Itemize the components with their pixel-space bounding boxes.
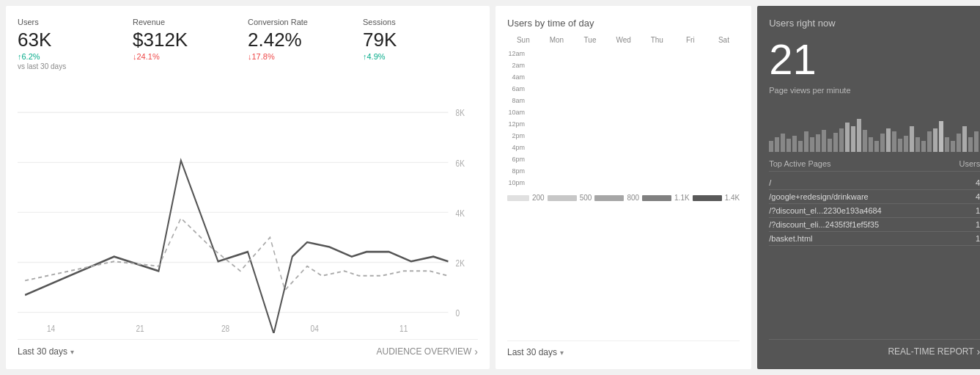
heatmap-time-label: 4am bbox=[507, 72, 528, 82]
svg-rect-46 bbox=[939, 121, 943, 152]
heatmap-rows: 12am2am4am6am8am10am12pm2pm4pm6pm8pm10pm bbox=[507, 48, 740, 188]
svg-rect-48 bbox=[951, 141, 955, 152]
heatmap-row: 12pm bbox=[507, 119, 740, 129]
svg-rect-31 bbox=[851, 126, 855, 152]
svg-rect-36 bbox=[880, 134, 885, 152]
scale-label: 800 bbox=[627, 194, 639, 202]
realtime-report-label[interactable]: REAL-TIME REPORT bbox=[888, 346, 973, 357]
top-page-path: /google+redesign/drinkware bbox=[769, 192, 970, 201]
heatmap-day-labels: SunMonTueWedThuFriSat bbox=[507, 36, 740, 44]
heatmap-row-cells bbox=[528, 84, 740, 94]
top-page-row: /?discount_el...2230e193a46841 bbox=[769, 204, 980, 218]
metric-change-users: ↑6.2% bbox=[18, 52, 124, 61]
svg-rect-28 bbox=[833, 133, 838, 152]
period-label: Last 30 days bbox=[18, 346, 67, 357]
heatmap-day-label: Sun bbox=[507, 36, 539, 44]
heatmap-row: 4pm bbox=[507, 142, 740, 153]
heatmap-row-cells bbox=[528, 95, 740, 106]
heatmap-time-label: 10am bbox=[507, 107, 528, 117]
metric-change-conversion: ↓17.8% bbox=[248, 52, 354, 61]
scale-bar bbox=[642, 195, 671, 201]
heatmap-row-cells bbox=[528, 119, 740, 129]
metric-block-conversion: Conversion Rate2.42%↓17.8% bbox=[248, 18, 363, 70]
metric-block-revenue: Revenue$312K↓24.1% bbox=[133, 18, 248, 70]
audience-chevron-icon: › bbox=[474, 346, 478, 357]
svg-rect-52 bbox=[974, 131, 979, 152]
svg-rect-19 bbox=[781, 134, 785, 152]
metric-label-users: Users bbox=[18, 18, 124, 26]
heatmap-day-label: Thu bbox=[641, 36, 673, 44]
top-page-path: /?discount_el...2230e193a4684 bbox=[769, 206, 970, 215]
svg-rect-38 bbox=[892, 131, 896, 152]
scale-bar bbox=[693, 195, 722, 201]
svg-rect-22 bbox=[798, 141, 803, 152]
svg-rect-23 bbox=[804, 131, 808, 152]
sparkline-svg bbox=[769, 101, 980, 152]
left-chart-footer: Last 30 days ▾ AUDIENCE OVERVIEW › bbox=[18, 339, 478, 357]
realtime-chevron-icon: › bbox=[977, 346, 980, 357]
metric-label-sessions: Sessions bbox=[363, 18, 469, 26]
heatmap-row: 10pm bbox=[507, 178, 740, 188]
heatmap-row: 6pm bbox=[507, 154, 740, 164]
heatmap-row-cells bbox=[528, 72, 740, 82]
top-page-count: 4 bbox=[976, 192, 980, 201]
heatmap-row-cells bbox=[528, 178, 740, 188]
mid-panel-title: Users by time of day bbox=[507, 18, 740, 29]
mid-period-selector[interactable]: Last 30 days ▾ bbox=[507, 347, 564, 357]
svg-rect-50 bbox=[962, 126, 967, 152]
metric-sublabel-users: vs last 30 days bbox=[18, 62, 124, 70]
heatmap-row-cells bbox=[528, 107, 740, 117]
svg-rect-33 bbox=[863, 130, 867, 152]
mid-footer: Last 30 days ▾ bbox=[507, 341, 740, 357]
svg-rect-47 bbox=[945, 137, 949, 152]
right-panel-title: Users right now bbox=[769, 18, 980, 29]
period-dropdown-icon[interactable]: ▾ bbox=[70, 348, 74, 356]
svg-rect-49 bbox=[957, 134, 961, 152]
heatmap-time-label: 6pm bbox=[507, 154, 528, 164]
left-panel: Users63K↑6.2%vs last 30 daysRevenue$312K… bbox=[6, 6, 490, 369]
right-footer[interactable]: REAL-TIME REPORT › bbox=[769, 339, 980, 357]
svg-text:2K: 2K bbox=[456, 257, 465, 268]
heatmap-time-label: 10pm bbox=[507, 178, 528, 188]
metric-value-users: 63K bbox=[18, 29, 124, 51]
svg-rect-39 bbox=[898, 139, 902, 152]
svg-rect-24 bbox=[810, 137, 814, 152]
heatmap-row: 2am bbox=[507, 60, 740, 70]
sparkline-area bbox=[769, 101, 980, 152]
svg-rect-29 bbox=[839, 128, 844, 152]
heatmap-time-label: 12am bbox=[507, 48, 528, 59]
svg-rect-32 bbox=[857, 119, 861, 152]
scale-label: 200 bbox=[532, 194, 545, 202]
svg-text:May: May bbox=[44, 332, 58, 333]
mid-panel: Users by time of day SunMonTueWedThuFriS… bbox=[495, 6, 751, 369]
svg-rect-37 bbox=[886, 128, 891, 152]
heatmap-row-cells bbox=[528, 154, 740, 164]
top-page-count: 1 bbox=[976, 206, 980, 215]
scale-bar-container: 2005008001.1K1.4K bbox=[507, 194, 740, 202]
top-page-path: /basket.html bbox=[769, 234, 970, 243]
period-selector[interactable]: Last 30 days ▾ bbox=[18, 346, 74, 357]
top-page-row: /google+redesign/drinkware4 bbox=[769, 190, 980, 204]
mid-period-dropdown-icon[interactable]: ▾ bbox=[560, 349, 564, 357]
svg-rect-45 bbox=[933, 128, 937, 152]
svg-text:8K: 8K bbox=[456, 107, 465, 118]
audience-overview-link[interactable]: AUDIENCE OVERVIEW › bbox=[377, 346, 478, 357]
metric-value-conversion: 2.42% bbox=[248, 29, 354, 51]
svg-rect-51 bbox=[968, 137, 973, 152]
right-panel: Users right now 21 Page views per minute bbox=[757, 6, 980, 369]
heatmap-day-label: Fri bbox=[674, 36, 707, 44]
heatmap-time-label: 2am bbox=[507, 60, 528, 70]
heatmap-row-cells bbox=[528, 48, 740, 59]
svg-rect-43 bbox=[921, 141, 926, 152]
top-pages-list: /4/google+redesign/drinkware4/?discount_… bbox=[769, 176, 980, 246]
svg-rect-44 bbox=[927, 131, 932, 152]
svg-rect-25 bbox=[816, 134, 820, 152]
heatmap-row: 4am bbox=[507, 72, 740, 82]
svg-rect-18 bbox=[775, 137, 779, 152]
heatmap-row: 10am bbox=[507, 107, 740, 117]
svg-text:Jun: Jun bbox=[309, 332, 320, 333]
heatmap-time-label: 4pm bbox=[507, 142, 528, 153]
heatmap-day-label: Wed bbox=[608, 36, 640, 44]
heatmap-day-label: Mon bbox=[541, 36, 573, 44]
svg-text:0: 0 bbox=[456, 307, 460, 318]
